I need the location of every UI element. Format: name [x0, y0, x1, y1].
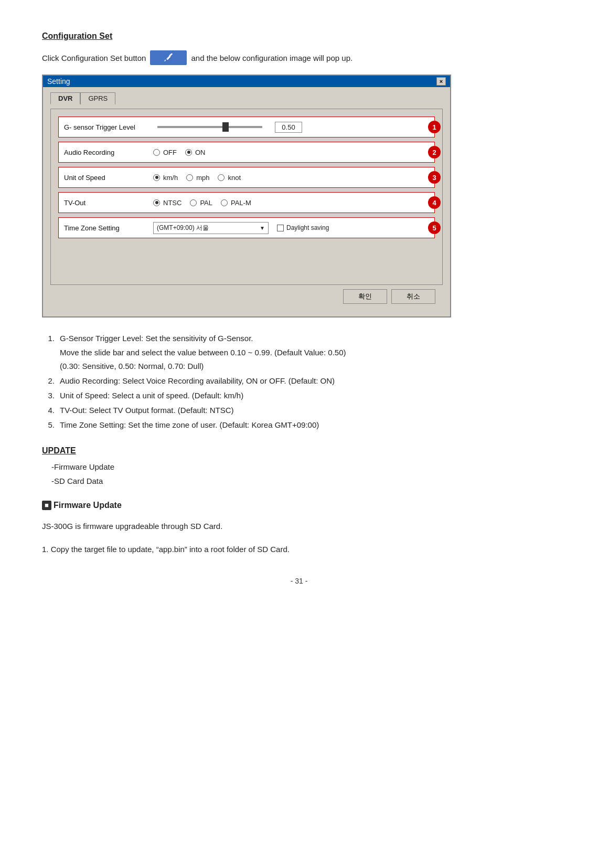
list-item-5: 5. Time Zone Setting: Set the time zone … [42, 419, 556, 431]
speed-radio-mph[interactable]: mph [186, 174, 209, 182]
numbered-list: 1. G-Sensor Trigger Level: Set the sensi… [42, 332, 556, 431]
speed-radio-knot[interactable]: knot [218, 174, 241, 182]
section-title: Configuration Set [42, 31, 556, 41]
timezone-value: (GMT+09:00) 서울 [157, 224, 209, 232]
tvout-label: TV-Out [64, 199, 153, 207]
tvout-radio-pal[interactable]: PAL [190, 199, 212, 207]
setting-row-tvout: TV-Out NTSC PAL PAL-M 4 [58, 192, 435, 213]
list-item-4: 4. TV-Out: Select TV Output format. (Def… [42, 404, 556, 417]
daylight-saving-group[interactable]: Daylight saving [277, 224, 329, 231]
setting-row-audio: Audio Recording OFF ON 2 [58, 142, 435, 163]
speed-label: Unit of Speed [64, 174, 153, 182]
radio-palm-circle [221, 199, 228, 206]
setting-dialog: Setting × DVR GPRS G- sensor Trigger Lev… [42, 75, 451, 317]
dialog-title: Setting [47, 77, 70, 86]
row-number-2: 2 [428, 146, 441, 158]
list-text-5: Time Zone Setting: Set the time zone of … [60, 419, 319, 431]
row-number-4: 4 [428, 196, 441, 209]
list-num-1: 1. [42, 332, 55, 373]
daylight-label: Daylight saving [286, 224, 329, 231]
list-num-4: 4. [42, 404, 55, 417]
speed-controls: km/h mph knot [153, 174, 429, 182]
dialog-titlebar: Setting × [43, 76, 450, 87]
daylight-checkbox[interactable] [277, 225, 284, 231]
audio-label: Audio Recording [64, 149, 153, 156]
dialog-content-area: G- sensor Trigger Level 0.50 1 Audio Rec… [50, 109, 443, 285]
tab-gprs[interactable]: GPRS [80, 92, 115, 104]
timezone-label: Time Zone Setting [64, 224, 153, 232]
setting-row-gsensor: G- sensor Trigger Level 0.50 1 [58, 117, 435, 137]
ok-button[interactable]: 확인 [343, 289, 387, 304]
config-set-button[interactable] [150, 50, 187, 65]
speed-radio-kmh[interactable]: km/h [153, 174, 178, 182]
radio-pal-label: PAL [200, 199, 212, 207]
intro-before-text: Click Configuration Set button [42, 54, 146, 62]
radio-off-label: OFF [163, 149, 177, 156]
radio-palm-label: PAL-M [231, 199, 251, 207]
list-sub-1-2: (0.30: Sensitive, 0.50: Normal, 0.70: Du… [60, 359, 346, 373]
firmware-title: ■ Firmware Update [42, 501, 556, 510]
list-sub-1-1: Move the slide bar and select the value … [60, 346, 346, 359]
list-item-3: 3. Unit of Speed: Select a unit of speed… [42, 389, 556, 402]
tvout-radio-palm[interactable]: PAL-M [221, 199, 251, 207]
setting-row-speed: Unit of Speed km/h mph knot 3 [58, 167, 435, 188]
radio-kmh-circle [153, 174, 160, 181]
list-text-2: Audio Recording: Select Voice Recording … [60, 375, 335, 387]
radio-on-circle [185, 149, 192, 156]
radio-knot-label: knot [228, 174, 241, 182]
intro-line: Click Configuration Set button and the b… [42, 50, 556, 65]
list-text-3: Unit of Speed: Select a unit of speed. (… [60, 389, 243, 402]
gsensor-slider-thumb [222, 122, 229, 132]
update-title: UPDATE [42, 446, 556, 456]
radio-mph-circle [186, 174, 193, 181]
firmware-body1: JS-300G is firmware upgradeable through … [42, 520, 556, 533]
radio-pal-circle [190, 199, 197, 206]
radio-kmh-label: km/h [163, 174, 178, 182]
tab-dvr[interactable]: DVR [50, 92, 80, 104]
gsensor-value: 0.50 [275, 122, 302, 133]
firmware-icon: ■ [42, 501, 51, 510]
row-number-1: 1 [428, 121, 441, 133]
audio-radio-off[interactable]: OFF [153, 149, 177, 156]
firmware-section: ■ Firmware Update JS-300G is firmware up… [42, 501, 556, 556]
radio-on-label: ON [195, 149, 206, 156]
tvout-controls: NTSC PAL PAL-M [153, 199, 429, 207]
firmware-title-text: Firmware Update [54, 501, 122, 510]
list-text-4: TV-Out: Select TV Output format. (Defaul… [60, 404, 234, 417]
audio-radio-on[interactable]: ON [185, 149, 206, 156]
tvout-radio-ntsc[interactable]: NTSC [153, 199, 181, 207]
list-item-2: 2. Audio Recording: Select Voice Recordi… [42, 375, 556, 387]
audio-controls: OFF ON [153, 149, 429, 156]
timezone-arrow-icon: ▼ [260, 225, 265, 231]
setting-row-timezone: Time Zone Setting (GMT+09:00) 서울 ▼ Dayli… [58, 217, 435, 238]
firmware-step1: 1. Copy the target file to update, “app.… [42, 543, 556, 556]
radio-mph-label: mph [196, 174, 209, 182]
list-text-1: G-Sensor Trigger Level: Set the sensitiv… [60, 332, 346, 345]
gsensor-controls: 0.50 [153, 122, 429, 133]
row-number-5: 5 [428, 221, 441, 234]
dialog-tabs: DVR GPRS [50, 92, 443, 104]
gsensor-slider-track[interactable] [157, 126, 262, 128]
list-num-3: 3. [42, 389, 55, 402]
radio-knot-circle [218, 174, 225, 181]
update-section: UPDATE -Firmware Update -SD Card Data [42, 446, 556, 488]
radio-ntsc-circle [153, 199, 160, 206]
page-footer: - 31 - [42, 577, 556, 585]
row-number-3: 3 [428, 171, 441, 184]
gsensor-label: G- sensor Trigger Level [64, 123, 153, 131]
radio-ntsc-label: NTSC [163, 199, 181, 207]
radio-off-circle [153, 149, 160, 156]
timezone-controls: (GMT+09:00) 서울 ▼ Daylight saving [153, 222, 429, 234]
update-item-2: -SD Card Data [51, 474, 556, 488]
dialog-close-button[interactable]: × [436, 77, 446, 86]
list-num-2: 2. [42, 375, 55, 387]
intro-after-text: and the below configuration image will p… [191, 54, 353, 62]
dialog-footer: 확인 취소 [50, 285, 443, 309]
timezone-select[interactable]: (GMT+09:00) 서울 ▼ [153, 222, 269, 234]
dialog-body: DVR GPRS G- sensor Trigger Level 0.50 1 … [43, 87, 450, 316]
update-item-1: -Firmware Update [51, 460, 556, 474]
list-num-5: 5. [42, 419, 55, 431]
list-item-1: 1. G-Sensor Trigger Level: Set the sensi… [42, 332, 556, 373]
cancel-button[interactable]: 취소 [391, 289, 435, 304]
